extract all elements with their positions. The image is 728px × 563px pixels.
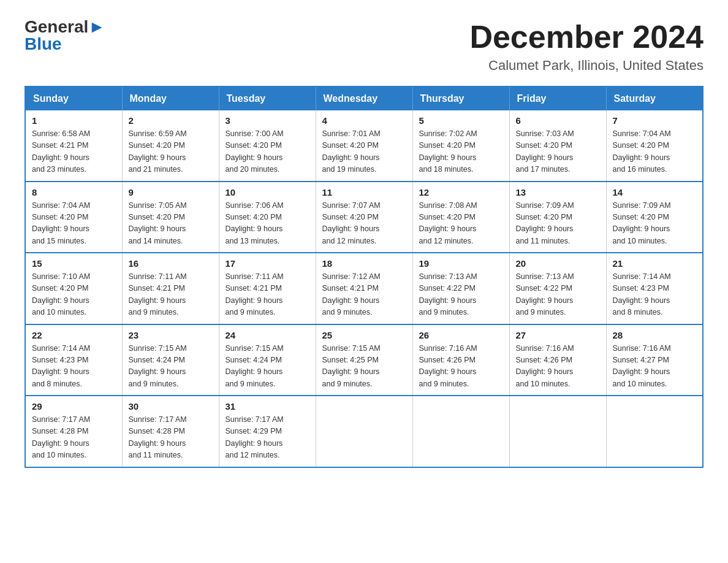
calendar-cell: 17 Sunrise: 7:11 AM Sunset: 4:21 PM Dayl… — [219, 253, 316, 324]
sunrise-text: Sunrise: 7:03 AM — [516, 129, 574, 138]
sunset-text: Sunset: 4:29 PM — [226, 427, 282, 435]
sunrise-text: Sunrise: 7:01 AM — [322, 129, 381, 138]
day-info: Sunrise: 7:11 AM Sunset: 4:21 PM Dayligh… — [129, 271, 213, 319]
daylight-text: Daylight: 9 hours — [419, 296, 477, 305]
logo-blue: Blue — [25, 36, 105, 53]
daylight-minutes-text: and 12 minutes. — [419, 237, 474, 245]
day-info: Sunrise: 7:04 AM Sunset: 4:20 PM Dayligh… — [613, 128, 697, 176]
daylight-text: Daylight: 9 hours — [613, 153, 670, 162]
daylight-minutes-text: and 8 minutes. — [613, 308, 663, 316]
sunset-text: Sunset: 4:20 PM — [322, 141, 379, 150]
weekday-header-sunday: Sunday — [25, 86, 122, 110]
logo-arrow-shape: ► — [88, 17, 105, 36]
day-info: Sunrise: 7:13 AM Sunset: 4:22 PM Dayligh… — [516, 271, 600, 319]
calendar-cell: 1 Sunrise: 6:58 AM Sunset: 4:21 PM Dayli… — [25, 110, 122, 182]
daylight-minutes-text: and 10 minutes. — [613, 237, 667, 245]
daylight-minutes-text: and 9 minutes. — [322, 308, 373, 316]
sunrise-text: Sunrise: 7:09 AM — [613, 201, 671, 210]
sunset-text: Sunset: 4:28 PM — [129, 427, 185, 435]
day-info: Sunrise: 7:15 AM Sunset: 4:24 PM Dayligh… — [129, 343, 213, 391]
day-number: 9 — [129, 187, 213, 197]
daylight-text: Daylight: 9 hours — [322, 153, 380, 162]
calendar-cell — [509, 396, 606, 467]
sunrise-text: Sunrise: 7:17 AM — [129, 415, 187, 424]
sunrise-text: Sunrise: 7:15 AM — [226, 344, 284, 353]
calendar-cell: 29 Sunrise: 7:17 AM Sunset: 4:28 PM Dayl… — [25, 396, 122, 467]
calendar-cell: 6 Sunrise: 7:03 AM Sunset: 4:20 PM Dayli… — [509, 110, 606, 182]
day-number: 29 — [32, 401, 116, 412]
calendar-cell: 25 Sunrise: 7:15 AM Sunset: 4:25 PM Dayl… — [316, 324, 412, 396]
daylight-text: Daylight: 9 hours — [516, 224, 574, 233]
calendar-week-row: 8 Sunrise: 7:04 AM Sunset: 4:20 PM Dayli… — [25, 182, 703, 253]
calendar-cell: 26 Sunrise: 7:16 AM Sunset: 4:26 PM Dayl… — [412, 324, 509, 396]
sunrise-text: Sunrise: 6:59 AM — [129, 129, 187, 138]
sunrise-text: Sunrise: 7:13 AM — [419, 272, 477, 281]
day-number: 8 — [32, 187, 116, 197]
sunrise-text: Sunrise: 7:11 AM — [129, 272, 187, 281]
daylight-text: Daylight: 9 hours — [226, 367, 283, 376]
weekday-header-saturday: Saturday — [606, 86, 703, 110]
daylight-minutes-text: and 10 minutes. — [32, 451, 86, 459]
calendar-cell: 23 Sunrise: 7:15 AM Sunset: 4:24 PM Dayl… — [122, 324, 219, 396]
daylight-minutes-text: and 8 minutes. — [32, 380, 82, 388]
sunrise-text: Sunrise: 7:09 AM — [516, 201, 574, 210]
sunset-text: Sunset: 4:20 PM — [613, 141, 669, 150]
daylight-text: Daylight: 9 hours — [516, 367, 574, 376]
sunset-text: Sunset: 4:20 PM — [516, 213, 572, 221]
daylight-minutes-text: and 12 minutes. — [322, 237, 377, 245]
sunrise-text: Sunrise: 7:08 AM — [419, 201, 477, 210]
calendar-week-row: 22 Sunrise: 7:14 AM Sunset: 4:23 PM Dayl… — [25, 324, 703, 396]
daylight-minutes-text: and 15 minutes. — [32, 237, 86, 245]
daylight-minutes-text: and 11 minutes. — [516, 237, 571, 245]
calendar-cell — [606, 396, 703, 467]
sunrise-text: Sunrise: 7:10 AM — [32, 272, 90, 281]
sunset-text: Sunset: 4:26 PM — [516, 356, 572, 364]
sunset-text: Sunset: 4:20 PM — [322, 213, 379, 221]
day-info: Sunrise: 6:58 AM Sunset: 4:21 PM Dayligh… — [32, 128, 116, 176]
day-info: Sunrise: 7:15 AM Sunset: 4:24 PM Dayligh… — [226, 343, 309, 391]
day-info: Sunrise: 7:03 AM Sunset: 4:20 PM Dayligh… — [516, 128, 600, 176]
calendar-cell: 13 Sunrise: 7:09 AM Sunset: 4:20 PM Dayl… — [509, 182, 606, 253]
daylight-minutes-text: and 14 minutes. — [129, 237, 183, 245]
daylight-text: Daylight: 9 hours — [322, 224, 380, 233]
calendar-week-row: 29 Sunrise: 7:17 AM Sunset: 4:28 PM Dayl… — [25, 396, 703, 467]
location: Calumet Park, Illinois, United States — [469, 58, 703, 74]
calendar-cell: 9 Sunrise: 7:05 AM Sunset: 4:20 PM Dayli… — [122, 182, 219, 253]
day-number: 19 — [419, 258, 503, 269]
day-number: 11 — [322, 187, 406, 197]
weekday-header-row: SundayMondayTuesdayWednesdayThursdayFrid… — [25, 86, 703, 110]
daylight-minutes-text: and 16 minutes. — [613, 165, 667, 174]
calendar-cell: 12 Sunrise: 7:08 AM Sunset: 4:20 PM Dayl… — [412, 182, 509, 253]
sunrise-text: Sunrise: 7:02 AM — [419, 129, 477, 138]
sunrise-text: Sunrise: 7:11 AM — [226, 272, 284, 281]
day-number: 17 — [226, 258, 309, 269]
sunrise-text: Sunrise: 7:15 AM — [322, 344, 381, 353]
sunset-text: Sunset: 4:23 PM — [32, 356, 88, 364]
sunrise-text: Sunrise: 7:15 AM — [129, 344, 187, 353]
daylight-text: Daylight: 9 hours — [32, 296, 89, 305]
sunset-text: Sunset: 4:25 PM — [322, 356, 379, 364]
calendar-cell: 27 Sunrise: 7:16 AM Sunset: 4:26 PM Dayl… — [509, 324, 606, 396]
day-info: Sunrise: 7:08 AM Sunset: 4:20 PM Dayligh… — [419, 200, 503, 248]
calendar-cell: 20 Sunrise: 7:13 AM Sunset: 4:22 PM Dayl… — [509, 253, 606, 324]
daylight-text: Daylight: 9 hours — [516, 153, 574, 162]
day-number: 21 — [613, 258, 697, 269]
day-number: 10 — [226, 187, 309, 197]
daylight-text: Daylight: 9 hours — [129, 296, 186, 305]
calendar-cell: 18 Sunrise: 7:12 AM Sunset: 4:21 PM Dayl… — [316, 253, 412, 324]
daylight-minutes-text: and 9 minutes. — [419, 380, 469, 388]
calendar-cell — [316, 396, 412, 467]
weekday-header-tuesday: Tuesday — [219, 86, 316, 110]
calendar-cell: 19 Sunrise: 7:13 AM Sunset: 4:22 PM Dayl… — [412, 253, 509, 324]
sunset-text: Sunset: 4:21 PM — [226, 284, 282, 293]
sunset-text: Sunset: 4:21 PM — [129, 284, 185, 293]
day-info: Sunrise: 7:01 AM Sunset: 4:20 PM Dayligh… — [322, 128, 406, 176]
daylight-text: Daylight: 9 hours — [129, 224, 186, 233]
daylight-minutes-text: and 10 minutes. — [32, 308, 86, 316]
calendar-cell: 3 Sunrise: 7:00 AM Sunset: 4:20 PM Dayli… — [219, 110, 316, 182]
sunrise-text: Sunrise: 7:16 AM — [419, 344, 477, 353]
daylight-text: Daylight: 9 hours — [32, 439, 89, 448]
daylight-minutes-text: and 9 minutes. — [129, 308, 179, 316]
calendar-cell: 10 Sunrise: 7:06 AM Sunset: 4:20 PM Dayl… — [219, 182, 316, 253]
calendar-cell: 8 Sunrise: 7:04 AM Sunset: 4:20 PM Dayli… — [25, 182, 122, 253]
